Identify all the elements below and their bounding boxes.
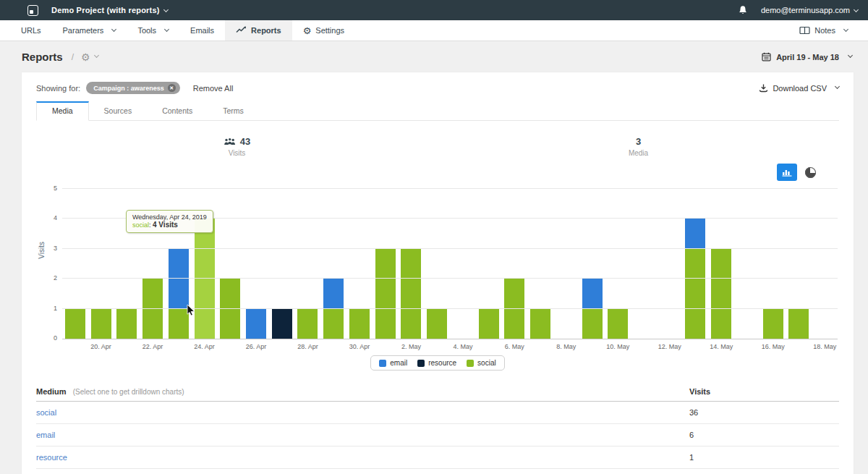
bar-segment-social[interactable] xyxy=(169,309,189,339)
bar-segment-social[interactable] xyxy=(608,309,628,339)
medium-link-resource[interactable]: resource xyxy=(36,453,67,462)
visits-value: 6 xyxy=(689,431,839,439)
medium-link-social[interactable]: social xyxy=(36,408,56,417)
y-axis-tick: 1 xyxy=(54,305,57,312)
bar-segment-social[interactable] xyxy=(91,309,111,339)
bar-segment-social[interactable] xyxy=(195,219,215,339)
legend-label: email xyxy=(390,359,407,367)
media-label: Media xyxy=(629,149,648,157)
remove-all-button[interactable]: Remove All xyxy=(193,84,234,93)
bar-chart-toggle-button[interactable] xyxy=(777,164,797,181)
bar-segment-social[interactable] xyxy=(297,309,318,339)
nav-item-label: Parameters xyxy=(63,26,104,35)
legend-item-email[interactable]: email xyxy=(379,359,407,367)
bar-slot xyxy=(579,279,605,339)
nav-item-reports[interactable]: Reports xyxy=(225,20,292,41)
gear-icon: ⚙ xyxy=(303,26,312,35)
bar-segment-social[interactable] xyxy=(65,309,85,339)
x-axis-tick xyxy=(217,343,243,350)
bar-slot xyxy=(760,309,786,339)
user-menu[interactable]: demo@terminusapp.com xyxy=(761,6,858,14)
legend-swatch xyxy=(417,360,425,367)
legend-item-resource[interactable]: resource xyxy=(417,359,456,367)
remove-tag-icon[interactable]: ✕ xyxy=(168,84,176,92)
bar-segment-email[interactable] xyxy=(169,249,189,309)
bar-slot xyxy=(114,309,140,339)
medium-link-email[interactable]: email xyxy=(36,431,55,439)
filter-row: Showing for: Campaign : awareness ✕ Remo… xyxy=(36,72,839,94)
bar-segment-social[interactable] xyxy=(530,309,550,339)
bar-slot xyxy=(192,219,218,339)
bar-slot xyxy=(605,309,631,339)
tooltip-series: social xyxy=(132,221,149,229)
nav-item-settings[interactable]: ⚙Settings xyxy=(292,20,355,41)
bar-segment-social[interactable] xyxy=(375,249,396,339)
nav-item-tools[interactable]: Tools xyxy=(127,20,179,41)
bar-slot xyxy=(683,219,709,339)
content-card: Showing for: Campaign : awareness ✕ Remo… xyxy=(22,72,854,474)
bar-segment-email[interactable] xyxy=(685,219,705,248)
nav-item-urls[interactable]: URLs xyxy=(10,20,52,41)
table-header: Medium (Select one to get drilldown char… xyxy=(36,382,839,402)
main-nav: URLsParametersToolsEmailsReports⚙Setting… xyxy=(0,20,868,41)
x-axis-tick: 28. Apr xyxy=(295,343,321,350)
bar-segment-social[interactable] xyxy=(479,309,499,339)
download-csv-button[interactable]: Download CSV xyxy=(759,83,839,93)
stats-row: 43 Visits 3 Media xyxy=(36,136,839,157)
y-axis-tick: 5 xyxy=(54,185,57,192)
bar-segment-email[interactable] xyxy=(246,309,266,339)
bar-segment-email[interactable] xyxy=(582,279,603,308)
bar-segment-resource[interactable] xyxy=(272,309,292,339)
bar-slot xyxy=(399,249,425,339)
notifications-bell-icon[interactable] xyxy=(738,5,748,16)
filter-tag[interactable]: Campaign : awareness ✕ xyxy=(86,82,180,94)
date-range-picker[interactable]: April 19 - May 18 xyxy=(762,52,852,62)
x-axis-tick xyxy=(269,343,295,350)
bar-segment-social[interactable] xyxy=(582,309,603,339)
x-axis-tick: 24. Apr xyxy=(192,343,218,350)
project-selector[interactable]: Demo Project (with reports) xyxy=(51,6,168,14)
bar-slot xyxy=(166,249,192,339)
legend-label: resource xyxy=(428,359,456,367)
bar-segment-social[interactable] xyxy=(685,249,705,339)
bar-slot xyxy=(373,249,399,339)
bar-segment-social[interactable] xyxy=(788,309,809,339)
nav-item-emails[interactable]: Emails xyxy=(179,20,225,41)
user-email: demo@terminusapp.com xyxy=(761,6,850,14)
bar-segment-social[interactable] xyxy=(116,309,137,339)
report-tabs: MediaSourcesContentsTerms xyxy=(36,101,839,121)
bar-segment-social[interactable] xyxy=(349,309,370,339)
medium-column-header: Medium xyxy=(36,387,67,396)
pie-chart-toggle-button[interactable] xyxy=(805,167,816,178)
bar-segment-social[interactable] xyxy=(401,249,421,339)
gridline xyxy=(62,248,838,249)
bar-slot xyxy=(269,309,295,339)
x-axis-tick: 2. May xyxy=(399,343,425,350)
chevron-down-icon xyxy=(843,26,848,31)
x-axis-tick: 12. May xyxy=(657,343,683,350)
tooltip-date: Wednesday, Apr 24, 2019 xyxy=(132,213,207,221)
bar-segment-social[interactable] xyxy=(763,309,783,339)
bar-segment-email[interactable] xyxy=(323,279,344,308)
medium-table: Medium (Select one to get drilldown char… xyxy=(36,382,839,469)
nav-item-parameters[interactable]: Parameters xyxy=(52,20,127,41)
bar-segment-social[interactable] xyxy=(323,309,344,339)
bar-segment-social[interactable] xyxy=(711,249,731,339)
tab-media[interactable]: Media xyxy=(36,101,89,121)
breadcrumb-separator: / xyxy=(72,52,74,62)
nav-items: URLsParametersToolsEmailsReports⚙Setting… xyxy=(10,20,355,41)
x-axis-tick xyxy=(114,343,140,350)
download-csv-label: Download CSV xyxy=(773,84,827,93)
legend-box: emailresourcesocial xyxy=(370,355,504,371)
bar-slot xyxy=(88,309,114,339)
app-logo-icon[interactable] xyxy=(27,5,38,16)
x-axis-tick xyxy=(734,343,760,350)
tab-contents[interactable]: Contents xyxy=(147,101,208,121)
legend-item-social[interactable]: social xyxy=(467,359,496,367)
report-settings-dropdown[interactable]: ⚙ xyxy=(81,51,98,63)
nav-item-label: URLs xyxy=(21,26,41,35)
bar-segment-social[interactable] xyxy=(427,309,447,339)
notes-menu[interactable]: Notes xyxy=(799,20,868,41)
tab-sources[interactable]: Sources xyxy=(89,101,148,121)
tab-terms[interactable]: Terms xyxy=(208,101,259,121)
